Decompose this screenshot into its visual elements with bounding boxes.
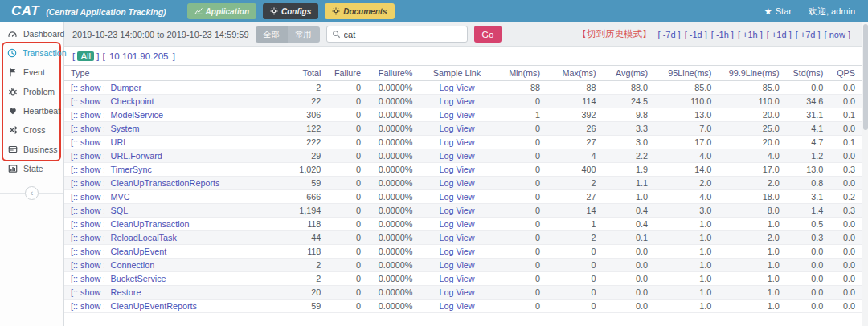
log-view-link[interactable]: Log View: [439, 260, 474, 270]
log-view-link[interactable]: Log View: [439, 83, 474, 92]
go-button[interactable]: Go: [474, 26, 502, 43]
log-view-link[interactable]: Log View: [439, 165, 474, 174]
nav-documents-button[interactable]: Documents: [325, 3, 394, 19]
show-link[interactable]: [:: show ::]: [64, 122, 104, 136]
sidebar-item-cross[interactable]: Cross: [0, 120, 63, 140]
column-header-std-ms-[interactable]: Std(ms): [786, 66, 830, 81]
show-link[interactable]: [:: show ::]: [64, 177, 104, 190]
type-link[interactable]: URL.Forward: [111, 151, 162, 161]
time-shift-link[interactable]: [ +1d ]: [767, 30, 792, 39]
type-link[interactable]: ReloadLocalTask: [111, 233, 177, 242]
sidebar-item-business[interactable]: Business: [0, 140, 63, 159]
time-shift-link[interactable]: [ +1h ]: [738, 30, 763, 39]
filter-button[interactable]: 常用: [288, 26, 320, 43]
show-link[interactable]: [:: show ::]: [64, 190, 104, 204]
log-view-link[interactable]: Log View: [439, 287, 474, 297]
log-view-link[interactable]: Log View: [439, 247, 474, 256]
column-header-qps[interactable]: QPS: [829, 66, 862, 81]
column-header-total[interactable]: Total: [256, 66, 327, 81]
sidebar-item-dashboard[interactable]: Dashboard: [0, 24, 63, 43]
type-link[interactable]: CleanUpEvent: [111, 247, 167, 256]
min-cell: 1: [495, 108, 547, 122]
type-link[interactable]: CleanUpTransaction: [111, 219, 190, 229]
welcome-admin[interactable]: 欢迎, admin: [800, 6, 860, 18]
column-header-avg-ms-[interactable]: Avg(ms): [603, 66, 654, 81]
log-view-link[interactable]: Log View: [439, 192, 474, 202]
machine-chip[interactable]: 10.101.90.205: [108, 51, 170, 61]
column-header-sample-link[interactable]: Sample Link: [419, 66, 494, 81]
search-box[interactable]: [326, 26, 468, 43]
column-header-min-ms-[interactable]: Min(ms): [495, 66, 547, 81]
show-link[interactable]: [:: show ::]: [64, 286, 104, 300]
sidebar-item-transaction[interactable]: Transaction: [0, 43, 63, 63]
time-shift-link[interactable]: [ -1d ]: [685, 30, 707, 39]
log-view-link[interactable]: Log View: [439, 110, 474, 120]
type-link[interactable]: Restore: [111, 287, 141, 297]
show-link[interactable]: [:: show ::]: [64, 218, 104, 231]
show-link[interactable]: [:: show ::]: [64, 81, 104, 95]
star-button[interactable]: ★ Star: [756, 6, 800, 17]
log-view-link[interactable]: Log View: [439, 233, 474, 242]
time-shift-link[interactable]: [ -1h ]: [711, 30, 734, 39]
time-shift-link[interactable]: [ -7d ]: [658, 30, 681, 39]
log-view-link[interactable]: Log View: [439, 206, 474, 215]
filter-button[interactable]: 全部: [256, 26, 288, 43]
type-link[interactable]: TimerSync: [111, 165, 152, 174]
failure-cell: 0: [327, 136, 367, 149]
show-link[interactable]: [:: show ::]: [64, 245, 104, 259]
show-link[interactable]: [:: show ::]: [64, 95, 104, 108]
time-shift-link[interactable]: [ +7d ]: [796, 30, 821, 39]
show-link[interactable]: [:: show ::]: [64, 108, 104, 122]
column-header-type[interactable]: Type: [64, 66, 256, 81]
log-view-link[interactable]: Log View: [439, 124, 474, 133]
type-link[interactable]: ModelService: [111, 110, 163, 120]
show-link[interactable]: [:: show ::]: [64, 300, 104, 313]
sidebar-collapse-button[interactable]: ‹: [25, 186, 39, 200]
log-view-link[interactable]: Log View: [439, 301, 474, 311]
nav-configs-button[interactable]: Configs: [263, 3, 318, 19]
type-link[interactable]: MVC: [111, 192, 130, 202]
sidebar-item-heartbeat[interactable]: Heartbeat: [0, 101, 63, 120]
log-view-link[interactable]: Log View: [439, 219, 474, 229]
column-header-99-9line-ms-[interactable]: 99.9Line(ms): [718, 66, 785, 81]
sidebar-item-state[interactable]: State: [0, 159, 63, 178]
show-link[interactable]: [:: show ::]: [64, 149, 104, 163]
show-link[interactable]: [:: show ::]: [64, 163, 104, 177]
column-header-max-ms-[interactable]: Max(ms): [547, 66, 602, 81]
type-link[interactable]: Connection: [111, 260, 155, 270]
history-mode-link[interactable]: 【切到历史模式】: [578, 28, 652, 40]
p999-cell: 1.0: [718, 245, 785, 259]
show-link[interactable]: [:: show ::]: [64, 231, 104, 245]
total-cell: 118: [256, 245, 327, 259]
sidebar-item-problem[interactable]: Problem: [0, 82, 63, 101]
scrollbar-thumb[interactable]: [863, 24, 868, 130]
log-view-link[interactable]: Log View: [439, 151, 474, 161]
show-link[interactable]: [:: show ::]: [64, 259, 104, 272]
type-link[interactable]: URL: [111, 137, 129, 147]
nav-application-button[interactable]: Application: [187, 3, 256, 19]
time-shift-link[interactable]: [ now ]: [825, 30, 850, 39]
type-link[interactable]: System: [111, 124, 140, 133]
type-link[interactable]: BucketService: [111, 274, 166, 283]
log-view-link[interactable]: Log View: [439, 274, 474, 283]
log-view-link[interactable]: Log View: [439, 137, 474, 147]
type-link[interactable]: SQL: [111, 206, 129, 215]
show-link[interactable]: [:: show ::]: [64, 204, 104, 218]
table-row: [:: show ::]MVC66600.0000%Log View0271.0…: [64, 190, 862, 204]
log-view-link[interactable]: Log View: [439, 96, 474, 106]
type-link[interactable]: CleanUpEventReports: [111, 301, 197, 311]
machine-chip[interactable]: All: [77, 51, 94, 61]
show-link[interactable]: [:: show ::]: [64, 272, 104, 286]
show-link[interactable]: [:: show ::]: [64, 136, 104, 149]
column-header-failure[interactable]: Failure: [327, 66, 367, 81]
log-view-link[interactable]: Log View: [439, 178, 474, 188]
type-link[interactable]: Dumper: [111, 83, 141, 92]
column-header-95line-ms-[interactable]: 95Line(ms): [654, 66, 718, 81]
search-input[interactable]: [344, 30, 462, 39]
sidebar-item-event[interactable]: Event: [0, 63, 63, 82]
type-link[interactable]: Checkpoint: [111, 96, 154, 106]
vertical-scrollbar[interactable]: [862, 22, 868, 326]
column-header-failure-[interactable]: Failure%: [367, 66, 419, 81]
star-icon: ★: [764, 6, 772, 17]
type-link[interactable]: CleanUpTransactionReports: [111, 178, 220, 188]
